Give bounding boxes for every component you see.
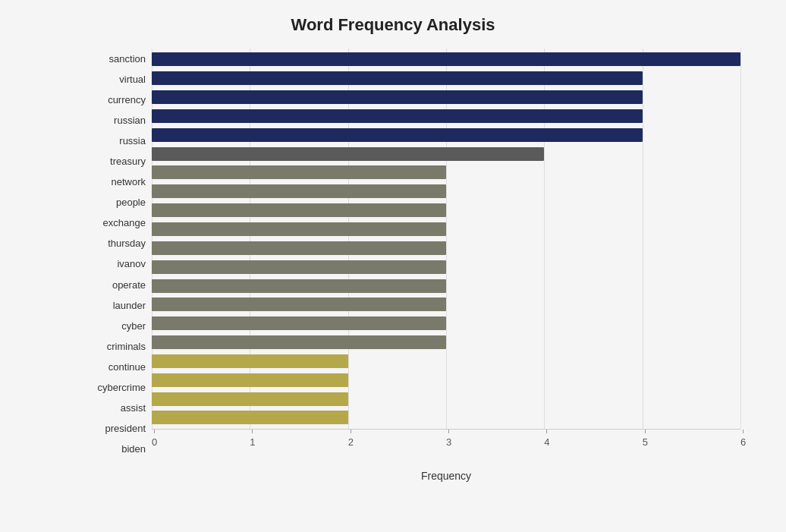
x-tick: 0 bbox=[152, 430, 157, 448]
bar bbox=[152, 147, 544, 161]
x-tick-label: 6 bbox=[740, 436, 746, 448]
x-tick-label: 4 bbox=[544, 436, 549, 448]
bar bbox=[152, 52, 740, 66]
bar bbox=[152, 297, 446, 311]
y-label: launder bbox=[83, 301, 146, 310]
bar-row bbox=[152, 240, 740, 257]
bar bbox=[152, 203, 446, 217]
bar bbox=[152, 165, 446, 179]
y-label: thursday bbox=[83, 238, 146, 248]
chart-title: Word Frequency Analysis bbox=[83, 15, 740, 35]
bar bbox=[152, 90, 643, 104]
y-label: treasury bbox=[83, 156, 146, 166]
chart-container: Word Frequency Analysis sanctionvirtualc… bbox=[0, 0, 786, 532]
x-tick-label: 5 bbox=[643, 436, 648, 448]
y-label: currency bbox=[83, 95, 146, 105]
y-label: cyber bbox=[83, 321, 146, 331]
bar-row bbox=[152, 353, 740, 370]
bar-row bbox=[152, 51, 740, 68]
y-label: criminals bbox=[83, 342, 146, 351]
bar-row bbox=[152, 315, 740, 332]
y-labels: sanctionvirtualcurrencyrussianrussiatrea… bbox=[83, 49, 152, 459]
grid-line bbox=[740, 49, 741, 429]
y-label: ivanov bbox=[83, 259, 146, 269]
bar bbox=[152, 411, 348, 424]
x-tick: 1 bbox=[250, 430, 255, 448]
bar bbox=[152, 373, 348, 387]
x-tick: 6 bbox=[740, 430, 746, 448]
bars-inner bbox=[152, 49, 740, 429]
bar bbox=[152, 260, 446, 274]
bar-row bbox=[152, 372, 740, 389]
bar bbox=[152, 222, 446, 236]
bar bbox=[152, 128, 643, 142]
bar bbox=[152, 71, 643, 85]
bar bbox=[152, 316, 446, 330]
bar-row bbox=[152, 108, 740, 124]
bar-row bbox=[152, 146, 740, 162]
bar bbox=[152, 184, 446, 198]
bar-row bbox=[152, 202, 740, 219]
y-label: cybercrime bbox=[83, 382, 146, 392]
y-label: sanction bbox=[83, 54, 146, 64]
bar-row bbox=[152, 127, 740, 143]
bar-row bbox=[152, 296, 740, 313]
x-tick: 4 bbox=[544, 430, 549, 448]
y-label: virtual bbox=[83, 74, 146, 84]
bar-row bbox=[152, 278, 740, 294]
x-tick-line bbox=[252, 430, 253, 433]
bar-row bbox=[152, 259, 740, 275]
y-label: assist bbox=[83, 403, 146, 413]
bar-row bbox=[152, 409, 740, 426]
bar-row bbox=[152, 70, 740, 87]
y-label: continue bbox=[83, 362, 146, 372]
bar-row bbox=[152, 89, 740, 105]
x-tick-line bbox=[448, 430, 449, 433]
y-label: network bbox=[83, 177, 146, 187]
x-tick-line bbox=[154, 430, 155, 433]
x-tick-label: 0 bbox=[152, 436, 157, 448]
x-tick-line bbox=[546, 430, 547, 433]
x-tick-label: 3 bbox=[446, 436, 451, 448]
y-label: people bbox=[83, 197, 146, 207]
bar-row bbox=[152, 334, 740, 351]
bar bbox=[152, 354, 348, 368]
bar-row bbox=[152, 221, 740, 238]
bar-row bbox=[152, 391, 740, 408]
chart-area: sanctionvirtualcurrencyrussianrussiatrea… bbox=[83, 49, 740, 459]
x-tick-label: 1 bbox=[250, 436, 255, 448]
x-axis: Frequency 0123456 bbox=[152, 429, 740, 459]
x-tick-label: 2 bbox=[348, 436, 354, 448]
y-label: biden bbox=[83, 444, 146, 454]
bar bbox=[152, 109, 643, 123]
y-label: exchange bbox=[83, 218, 146, 228]
x-tick-line bbox=[645, 430, 646, 433]
x-tick: 3 bbox=[446, 430, 451, 448]
bar bbox=[152, 241, 446, 255]
y-label: president bbox=[83, 423, 146, 433]
bar-row bbox=[152, 164, 740, 181]
x-tick-line bbox=[743, 430, 744, 433]
x-axis-title: Frequency bbox=[152, 470, 740, 482]
bar bbox=[152, 392, 348, 406]
y-label: russia bbox=[83, 136, 146, 146]
bar-row bbox=[152, 183, 740, 200]
bar bbox=[152, 279, 446, 293]
bars-and-x: Frequency 0123456 bbox=[152, 49, 740, 459]
bars-region bbox=[152, 49, 740, 429]
y-label: russian bbox=[83, 115, 146, 125]
x-tick: 5 bbox=[643, 430, 648, 448]
bar bbox=[152, 335, 446, 349]
y-label: operate bbox=[83, 280, 146, 290]
x-tick: 2 bbox=[348, 430, 354, 448]
x-tick-line bbox=[351, 430, 351, 433]
